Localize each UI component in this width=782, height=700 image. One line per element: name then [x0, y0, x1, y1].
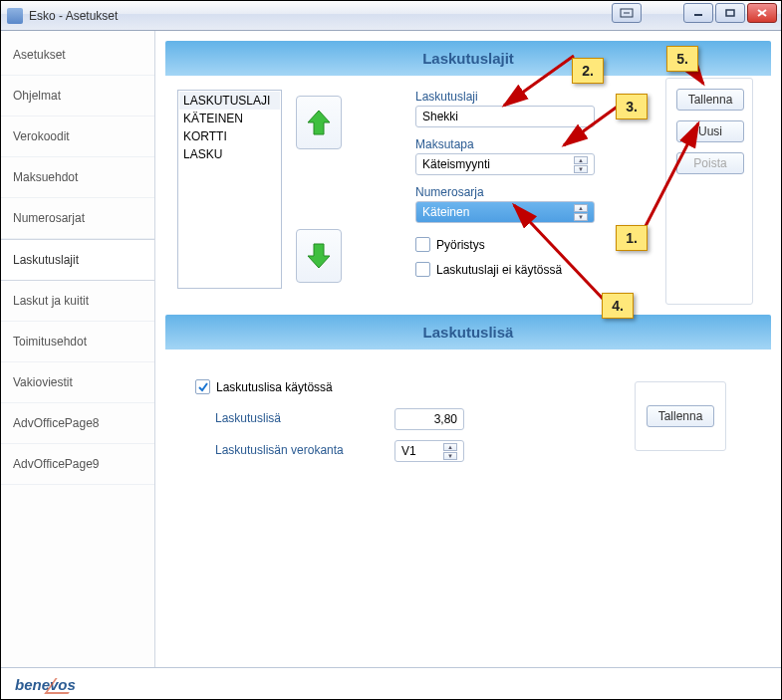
svg-marker-7	[308, 244, 330, 268]
sidebar-item-toimitusehdot[interactable]: Toimitusehdot	[1, 322, 154, 362]
sidebar-item-label: Ohjelmat	[13, 89, 61, 103]
minimize-button[interactable]	[683, 3, 713, 23]
detach-button[interactable]	[612, 3, 642, 23]
sidebar-item-advofficepage9[interactable]: AdvOfficePage9	[1, 444, 154, 485]
spinner-down-icon[interactable]: ▼	[574, 165, 588, 173]
laskutuslisa-label: Laskutuslisä	[215, 411, 375, 425]
arrow-down-icon	[305, 241, 333, 271]
sidebar-item-label: AdvOfficePage9	[13, 457, 100, 471]
numerosarja-label: Numerosarja	[415, 185, 595, 199]
sidebar-item-label: Maksuehdot	[13, 170, 78, 184]
section1-body: LASKUTUSLAJI KÄTEINEN KORTTI LASKU	[165, 76, 771, 315]
spinner-up-icon[interactable]: ▲	[443, 443, 457, 451]
brand-logo: benevos	[15, 676, 76, 693]
arrow-up-icon	[305, 108, 333, 137]
sidebar-item-label: Toimitusehdot	[13, 335, 87, 349]
verokanta-combo[interactable]: V1 ▲ ▼	[394, 440, 464, 462]
sidebar-item-label: Laskut ja kuitit	[13, 294, 89, 308]
tallenna-button[interactable]: Tallenna	[676, 89, 744, 111]
move-up-button[interactable]	[296, 96, 342, 149]
sidebar-item-laskut-ja-kuitit[interactable]: Laskut ja kuitit	[1, 281, 154, 322]
sidebar-item-label: Verokoodit	[13, 129, 70, 143]
sidebar-item-label: Asetukset	[13, 48, 66, 62]
list-item[interactable]: KÄTEINEN	[179, 110, 280, 127]
section2-body: Laskutuslisa käytössä Laskutuslisä 3,80 …	[165, 350, 771, 539]
window-titlebar: Esko - Asetukset	[1, 1, 781, 31]
list-item[interactable]: LASKUTUSLAJI	[179, 92, 280, 110]
laskutuslisa-input[interactable]: 3,80	[394, 408, 464, 430]
svg-marker-6	[308, 111, 330, 134]
maksutapa-combo[interactable]: Käteismyynti ▲ ▼	[415, 153, 595, 175]
annotation-2: 2.	[572, 58, 604, 84]
sidebar-item-vakioviestit[interactable]: Vakioviestit	[1, 362, 154, 403]
pyoristys-checkbox[interactable]	[415, 237, 430, 252]
annotation-5: 5.	[666, 46, 698, 72]
spinner-down-icon[interactable]: ▼	[443, 452, 457, 460]
maksutapa-label: Maksutapa	[415, 137, 595, 151]
content-area: Laskutuslajit LASKUTUSLAJI KÄTEINEN KORT…	[155, 31, 781, 667]
combo-spinner[interactable]: ▲ ▼	[574, 204, 588, 221]
combo-value: Käteinen	[422, 205, 469, 219]
spinner-up-icon[interactable]: ▲	[574, 204, 588, 212]
tallenna2-button[interactable]: Tallenna	[647, 405, 714, 427]
ei-kaytossa-label: Laskutuslaji ei käytössä	[436, 263, 562, 277]
sidebar-item-verokoodit[interactable]: Verokoodit	[1, 117, 154, 157]
combo-value: V1	[401, 444, 416, 458]
sidebar-item-numerosarjat[interactable]: Numerosarjat	[1, 198, 154, 239]
numerosarja-combo[interactable]: Käteinen ▲ ▼	[415, 201, 595, 223]
ei-kaytossa-checkbox[interactable]	[415, 262, 430, 277]
maximize-button[interactable]	[715, 3, 745, 23]
combo-spinner[interactable]: ▲ ▼	[574, 156, 588, 173]
poista-button[interactable]: Poista	[676, 152, 744, 174]
sidebar-item-laskutuslajit[interactable]: Laskutuslajit	[1, 239, 154, 281]
pyoristys-label: Pyöristys	[436, 238, 485, 252]
sidebar-item-ohjelmat[interactable]: Ohjelmat	[1, 76, 154, 117]
sidebar-item-maksuehdot[interactable]: Maksuehdot	[1, 157, 154, 198]
spinner-down-icon[interactable]: ▼	[574, 213, 588, 221]
window-title: Esko - Asetukset	[29, 9, 118, 23]
annotation-1: 1.	[616, 225, 648, 251]
sidebar: Asetukset Ohjelmat Verokoodit Maksuehdot…	[1, 31, 155, 667]
input-value: Shekki	[422, 110, 458, 123]
annotation-4: 4.	[602, 293, 634, 319]
verokanta-label: Laskutuslisän verokanta	[215, 443, 375, 457]
section2-header: Laskutuslisä	[165, 315, 771, 350]
laskutuslaji-input[interactable]: Shekki	[415, 106, 595, 127]
sidebar-item-asetukset[interactable]: Asetukset	[1, 35, 154, 76]
uusi-button[interactable]: Uusi	[676, 120, 744, 142]
spinner-up-icon[interactable]: ▲	[574, 156, 588, 164]
laskutuslisa-enabled-checkbox[interactable]	[195, 379, 210, 394]
move-down-button[interactable]	[296, 229, 342, 283]
annotation-3: 3.	[616, 94, 648, 119]
sidebar-item-advofficepage8[interactable]: AdvOfficePage8	[1, 403, 154, 444]
list-item[interactable]: KORTTI	[179, 127, 280, 145]
laskutuslisa-enabled-label: Laskutuslisa käytössä	[216, 380, 333, 394]
list-item[interactable]: LASKU	[179, 145, 280, 163]
input-value: 3,80	[434, 412, 457, 426]
sidebar-item-label: Numerosarjat	[13, 211, 85, 225]
laskutuslaji-listbox[interactable]: LASKUTUSLAJI KÄTEINEN KORTTI LASKU	[177, 90, 282, 289]
sidebar-item-label: AdvOfficePage8	[13, 416, 100, 430]
footer: benevos	[1, 667, 781, 700]
section1-button-group: Tallenna Uusi Poista	[665, 78, 753, 305]
section2-button-group: Tallenna	[635, 381, 726, 451]
combo-value: Käteismyynti	[422, 157, 490, 171]
close-button[interactable]	[747, 3, 777, 23]
sidebar-item-label: Laskutuslajit	[13, 253, 79, 267]
app-icon	[7, 8, 23, 24]
combo-spinner[interactable]: ▲ ▼	[443, 443, 457, 460]
sidebar-item-label: Vakioviestit	[13, 375, 73, 389]
svg-rect-3	[726, 10, 734, 16]
laskutuslaji-label: Laskutuslaji	[415, 90, 595, 104]
